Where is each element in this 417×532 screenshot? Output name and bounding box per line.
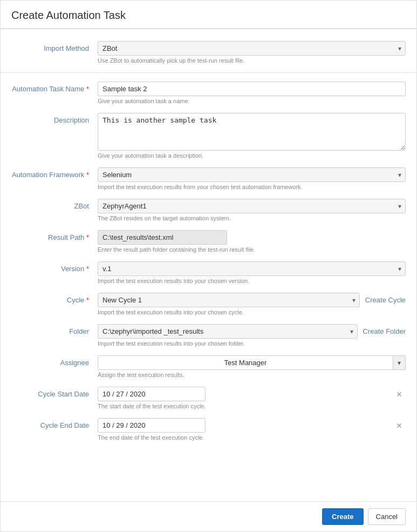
automation-task-name-field: Give your automation task a name.	[98, 82, 406, 104]
cycle-end-date-hint: The end date of the test execution cycle…	[98, 434, 406, 441]
automation-task-name-row: Automation Task Name * Give your automat…	[1, 77, 416, 109]
form-body: Import Method ZBot ▾ Use ZBot to automat…	[1, 29, 416, 501]
import-method-field: ZBot ▾ Use ZBot to automatically pick up…	[98, 41, 406, 64]
page-header: Create Automation Task	[1, 1, 416, 29]
assignee-dropdown-button[interactable]: ▾	[393, 355, 406, 370]
result-path-required-star: *	[86, 233, 89, 241]
description-field: This is another sample task Give your au…	[98, 113, 406, 159]
result-path-label: Result Path *	[11, 230, 98, 241]
result-path-field: Enter the result path folder containing …	[98, 230, 406, 253]
page-title: Create Automation Task	[11, 9, 406, 22]
zbot-select-wrapper: ZephyrAgent1 ▾	[98, 199, 406, 213]
cycle-end-date-row: Cycle End Date ✕ The end date of the tes…	[1, 414, 416, 445]
description-row: Description This is another sample task …	[1, 109, 416, 163]
assignee-label: Assignee	[11, 355, 98, 367]
cycle-end-date-clear-icon[interactable]: ✕	[396, 421, 402, 430]
cycle-start-date-row: Cycle Start Date ✕ The start date of the…	[1, 382, 416, 414]
create-cycle-link[interactable]: Create Cycle	[365, 293, 406, 304]
assignee-chevron-icon: ▾	[398, 359, 401, 367]
cycle-field-with-action: New Cycle 1 ▾ Import the test execution …	[98, 293, 406, 315]
create-button[interactable]: Create	[322, 508, 363, 525]
automation-framework-label: Automation Framework *	[11, 167, 98, 179]
result-path-row: Result Path * Enter the result path fold…	[1, 226, 416, 257]
cycle-start-date-label: Cycle Start Date	[11, 387, 98, 398]
folder-field-with-action: C:\zephyr\imported _test_results ▾ Impor…	[98, 324, 406, 347]
folder-row: Folder C:\zephyr\imported _test_results …	[1, 320, 416, 351]
assignee-row: Assignee ▾ Assign the test execution res…	[1, 351, 416, 382]
version-field: v.1 ▾ Import the test execution results …	[98, 261, 406, 284]
version-row: Version * v.1 ▾ Import the test executio…	[1, 257, 416, 288]
zbot-row: ZBot ZephyrAgent1 ▾ The ZBot resides on …	[1, 194, 416, 226]
folder-field: C:\zephyr\imported _test_results ▾ Impor…	[98, 324, 358, 347]
import-method-label: Import Method	[11, 41, 98, 52]
version-select-wrapper: v.1 ▾	[98, 261, 406, 276]
cycle-end-date-field: ✕ The end date of the test execution cyc…	[98, 418, 406, 441]
cycle-start-date-input[interactable]	[98, 387, 206, 401]
assignee-field: ▾ Assign the test execution results.	[98, 355, 406, 378]
result-path-input[interactable]	[98, 230, 227, 245]
automation-framework-field: Selenium ▾ Import the test execution res…	[98, 167, 406, 190]
description-label: Description	[11, 113, 98, 124]
automation-task-name-label: Automation Task Name *	[11, 82, 98, 93]
cycle-select[interactable]: New Cycle 1	[98, 293, 360, 307]
folder-select-wrapper: C:\zephyr\imported _test_results ▾	[98, 324, 358, 339]
cycle-start-date-field: ✕ The start date of the test execution c…	[98, 387, 406, 409]
cycle-start-date-wrapper: ✕	[98, 387, 406, 401]
create-folder-link[interactable]: Create Folder	[363, 324, 406, 335]
cycle-start-date-hint: The start date of the test execution cyc…	[98, 403, 406, 409]
folder-label: Folder	[11, 324, 98, 335]
section-divider-1	[1, 72, 416, 73]
cancel-button[interactable]: Cancel	[368, 508, 406, 525]
version-required-star: *	[86, 265, 89, 273]
cycle-row: Cycle * New Cycle 1 ▾ Import the test ex…	[1, 288, 416, 320]
zbot-label: ZBot	[11, 199, 98, 210]
cycle-select-wrapper: New Cycle 1 ▾	[98, 293, 360, 307]
description-hint: Give your automation task a description.	[98, 152, 406, 159]
automation-task-name-input[interactable]	[98, 82, 406, 96]
automation-framework-select[interactable]: Selenium	[98, 167, 406, 182]
import-method-hint: Use ZBot to automatically pick up the te…	[98, 57, 406, 64]
cycle-required-star: *	[86, 296, 89, 304]
folder-select[interactable]: C:\zephyr\imported _test_results	[98, 324, 358, 339]
assignee-hint: Assign the test execution results.	[98, 372, 406, 378]
version-hint: Import the test execution results into y…	[98, 278, 406, 284]
version-select[interactable]: v.1	[98, 261, 406, 276]
cycle-label: Cycle *	[11, 293, 98, 304]
version-label: Version *	[11, 261, 98, 273]
zbot-select[interactable]: ZephyrAgent1	[98, 199, 406, 213]
cycle-hint: Import the test execution results into y…	[98, 309, 360, 315]
cycle-start-date-clear-icon[interactable]: ✕	[396, 390, 402, 399]
cycle-end-date-wrapper: ✕	[98, 418, 406, 433]
framework-required-star: *	[86, 171, 89, 179]
assignee-input-group: ▾	[98, 355, 406, 370]
cycle-end-date-input[interactable]	[98, 418, 206, 433]
folder-hint: Import the test execution results into y…	[98, 340, 358, 347]
zbot-hint: The ZBot resides on the target automatio…	[98, 215, 406, 221]
automation-task-name-hint: Give your automation task a name.	[98, 98, 406, 104]
automation-framework-row: Automation Framework * Selenium ▾ Import…	[1, 163, 416, 194]
automation-framework-hint: Import the test execution results from y…	[98, 184, 406, 190]
description-textarea[interactable]: This is another sample task	[98, 113, 406, 151]
cycle-end-date-label: Cycle End Date	[11, 418, 98, 429]
zbot-field: ZephyrAgent1 ▾ The ZBot resides on the t…	[98, 199, 406, 221]
cycle-field: New Cycle 1 ▾ Import the test execution …	[98, 293, 360, 315]
automation-framework-select-wrapper: Selenium ▾	[98, 167, 406, 182]
form-footer: Create Cancel	[1, 501, 416, 531]
import-method-row: Import Method ZBot ▾ Use ZBot to automat…	[1, 35, 416, 68]
assignee-input[interactable]	[98, 355, 393, 370]
import-method-select[interactable]: ZBot	[98, 41, 406, 56]
required-star: *	[86, 85, 89, 93]
import-method-select-wrapper: ZBot ▾	[98, 41, 406, 56]
result-path-hint: Enter the result path folder containing …	[98, 246, 406, 253]
page-container: Create Automation Task Import Method ZBo…	[0, 0, 417, 532]
